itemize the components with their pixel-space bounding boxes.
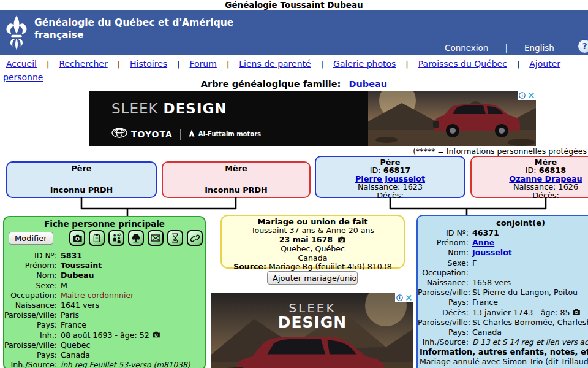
tree-title: Arbre généalogique famille: Dubeau [0,79,588,89]
spouse-row-occupation: Occupation: [418,268,588,278]
camera-icon[interactable] [69,230,85,246]
link-icon[interactable] [187,230,203,246]
spouse-row-source: Inh./Source: D 13 et S 14 reg et lien ve… [418,337,588,347]
mother-name: Inconnu PRDH [163,186,309,194]
main-person-controls: Modifier [4,230,205,249]
header-links: Connexion | English [445,43,554,53]
nav-item-paroisses-du-quebec[interactable]: Paroisses du Québec [418,59,507,69]
nav-separator: | [321,59,323,69]
notes-icon[interactable] [89,230,105,246]
ad-controls [518,91,536,100]
spouse-row-country1: Pays: France [418,297,588,307]
field-row-country2: Pays: Canada [4,350,205,360]
spouse-box-title: conjoint(e) [418,216,588,228]
marriage-title: Mariage ou union de fait [222,218,404,226]
nav-separator: | [177,59,179,69]
ad2-close-icon[interactable] [404,293,413,302]
spouse-mother-id: ID: 66818 [472,166,588,174]
family-tree-icon[interactable] [128,230,144,246]
toyota-brand-name: TOYOTA [131,129,173,139]
fleur-de-lis-logo-icon [4,15,29,54]
marriage-source-row: Source: Mariage Rg (feuiilet 459) 81038 [222,263,404,271]
toyota-logo-icon [111,128,127,140]
main-nav: Accueil | Rechercher | Histoires | Forum… [0,56,588,82]
nav-item-galerie-photos[interactable]: Galerie photos [333,59,396,69]
spouse-row-lastname: Nom: Jousselot [418,248,588,258]
nav-separator: | [47,59,49,69]
field-row-birth: Naissance: 1641 vers [4,301,205,310]
person-mother-box: Mère Inconnu PRDH [162,161,311,198]
main-person-box-title: Fiche personne principale [4,217,205,229]
al-futtaim-logo-icon [188,128,195,140]
modify-button[interactable]: Modifier [9,232,53,245]
nav-item-forum[interactable]: Forum [189,59,216,69]
field-row-country1: Pays: France [4,320,205,330]
record-photo-icon[interactable] [152,331,160,340]
field-row-burial: Inh.: 08 août 1693 - âge: 52 [4,331,205,340]
ad-headline: SLEEKDESIGN [111,101,227,117]
spouse-row-parish1: Paroisse/ville: St-Pierre-du-Langon, Poi… [418,288,588,297]
ad-close-icon[interactable] [527,91,536,100]
nav-item-accueil[interactable]: Accueil [6,59,37,69]
ad2-controls [395,293,413,302]
father-box-title: Père [7,164,156,172]
spouse-row-death: Décès: 13 janvier 1743 - âge: 85 [418,308,588,318]
spouse-row-sex: Sexe: F [418,258,588,268]
page: Généalogie Toussaint Dubeau Généalogie d… [0,0,588,368]
family-dubeau-link[interactable]: Dubeau [349,79,387,89]
field-row-firstname: Prénom: Toussaint [4,261,205,270]
field-row-source: Inh./Source: inh reg Feuillet 53-verso (… [4,360,205,368]
email-icon[interactable] [148,230,164,246]
field-row-parish1: Paroisse/ville: Paris [4,310,205,320]
nav-separator: | [227,59,229,69]
help-icon[interactable]: ? [578,39,588,53]
ad-square-toyota[interactable]: SLEEK DESIGN [211,293,413,368]
ad-banner-toyota[interactable]: SLEEKDESIGN TOYOTA Al-Futtaim motors [89,91,536,146]
hourglass-icon[interactable] [167,230,183,246]
page-title: Généalogie Toussaint Dubeau [0,0,588,10]
spouse-row-parish2: Paroisse/ville: St-Charles-Borromée, Cha… [418,318,588,328]
person-father-box: Père Inconnu PRDH [6,161,157,198]
marriage-place2: Canada [222,254,404,263]
spouse-fields: ID Nº: 46371 Prénom: Anne Nom: Jousselot… [418,228,588,347]
marriage-participants: Toussaint 37 ans & Anne 20 ans [222,226,404,235]
father-name: Inconnu PRDH [7,186,156,194]
add-marriage-button[interactable]: Ajouter mariage/union [267,271,358,285]
nav-item-ajouter-personne[interactable]: Ajouter [529,59,560,69]
nav-separator: | [118,59,120,69]
spouse-father-birth: Naissance: 1623 [316,183,464,191]
nav-item-histoires[interactable]: Histoires [130,59,167,69]
spouse-father-title: Père [316,158,464,166]
site-header: Généalogie du Québec et d'Amérique franç… [0,10,588,55]
ad-banner-photo [368,91,536,146]
spouse-mother-box: Mère ID: 66818 Ozanne Drapeau Naissance:… [470,156,588,198]
spouse-firstname-link[interactable]: Anne [472,238,494,248]
ad-info-icon[interactable] [518,91,527,100]
english-link[interactable]: English [524,43,554,53]
spouse-row-country2: Pays: Canada [418,328,588,337]
marriage-box: Mariage ou union de fait Toussaint 37 an… [221,215,405,269]
site-title: Généalogie du Québec et d'Amérique franç… [34,17,233,42]
ad2-info-icon[interactable] [395,293,404,302]
main-person-box: Fiche personne principale Modifier [3,216,206,368]
nav-item-liens-de-parente[interactable]: Liens de parenté [239,59,311,69]
marriage-record-photo-icon[interactable] [337,236,346,245]
connexion-link[interactable]: Connexion [445,43,488,53]
field-row-occupation: Occupation: Maitre cordonnnier [4,291,205,301]
nav-item-rechercher[interactable]: Rechercher [59,59,107,69]
field-row-id: ID Nº: 5831 [4,251,205,261]
nav-separator: | [405,59,408,69]
field-row-lastname: Nom: Dubeau [4,270,205,280]
marriage-place1: Quebec, Québec [222,245,404,253]
field-row-parish2: Paroisse/ville: Quebec [4,340,205,350]
spouse-row-id: ID Nº: 46371 [418,228,588,238]
spouse-record-photo-icon[interactable] [572,308,581,318]
ad2-headline-bold: DESIGN [211,313,413,331]
brand-divider [180,129,181,140]
relations-icon[interactable] [108,230,124,246]
marriage-date-row: 23 mai 1678 [222,236,404,245]
al-futtaim-name: Al-Futtaim motors [198,131,261,137]
spouse-lastname-link[interactable]: Jousselot [472,248,512,258]
header-separator: | [505,43,508,53]
field-row-sex: Sexe: M [4,281,205,291]
